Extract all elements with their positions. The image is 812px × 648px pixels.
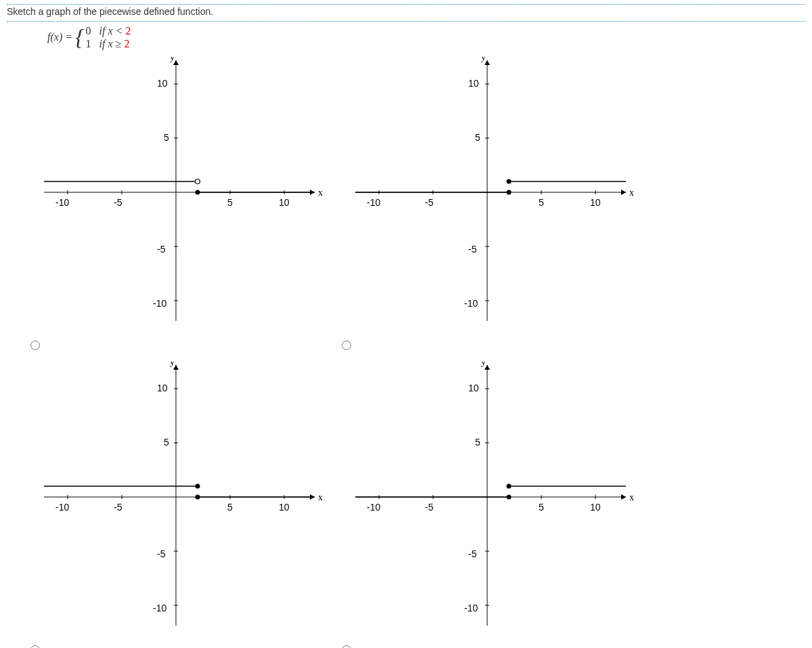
x-tick-neg10: -10 bbox=[55, 197, 69, 208]
x-tick-neg5: -5 bbox=[114, 502, 122, 513]
y-tick-10: 10 bbox=[157, 383, 168, 393]
case1-number: 2 bbox=[125, 25, 131, 37]
y-tick-neg10: -10 bbox=[153, 298, 166, 309]
x-tick-neg10: -10 bbox=[367, 197, 380, 208]
x-tick-neg5: -5 bbox=[425, 197, 434, 208]
x-tick-10: 10 bbox=[590, 502, 601, 513]
x-tick-10: 10 bbox=[279, 197, 290, 208]
x-tick-neg5: -5 bbox=[114, 197, 122, 208]
x-tick-5: 5 bbox=[539, 197, 544, 208]
option-d-graph: y x 10 5 -5 -10 -10 -5 5 10 bbox=[338, 362, 636, 632]
option-b-graph: y x 10 5 -5 -10 -10 -5 5 10 bbox=[338, 57, 636, 328]
option-c-graph: y x 10 5 -5 -10 -10 -5 5 10 bbox=[27, 362, 325, 632]
y-tick-neg5: -5 bbox=[468, 244, 477, 255]
x-tick-5: 5 bbox=[227, 502, 233, 513]
x-tick-neg10: -10 bbox=[55, 502, 69, 513]
x-tick-10: 10 bbox=[590, 197, 601, 208]
y-tick-10: 10 bbox=[468, 383, 479, 393]
y-tick-10: 10 bbox=[157, 78, 168, 89]
svg-point-63 bbox=[507, 484, 512, 489]
y-tick-5: 5 bbox=[164, 437, 169, 448]
y-axis-label: y bbox=[481, 57, 486, 62]
option-b-cell: y x 10 5 -5 -10 -10 -5 5 10 bbox=[338, 57, 643, 355]
question-prompt: Sketch a graph of the piecewise defined … bbox=[7, 5, 805, 21]
y-tick-neg5: -5 bbox=[468, 548, 477, 559]
y-tick-5: 5 bbox=[475, 132, 480, 143]
piecewise-function: f(x) = { 0 if x < 2 1 if x ≥ 2 bbox=[7, 22, 805, 57]
option-a-radio[interactable] bbox=[30, 341, 40, 350]
svg-point-15 bbox=[196, 190, 200, 195]
x-tick-5: 5 bbox=[227, 197, 233, 208]
y-tick-neg10: -10 bbox=[153, 603, 166, 613]
y-tick-neg10: -10 bbox=[464, 603, 478, 613]
function-lhs: f(x) = bbox=[47, 31, 72, 43]
x-axis-label: x bbox=[629, 492, 634, 502]
svg-point-45 bbox=[196, 484, 200, 489]
option-b-radio[interactable] bbox=[342, 341, 351, 350]
case2-prefix: if x ≥ bbox=[99, 38, 125, 49]
question-header: Sketch a graph of the piecewise defined … bbox=[7, 4, 805, 22]
x-axis-label: x bbox=[629, 188, 634, 198]
y-tick-neg10: -10 bbox=[464, 298, 478, 309]
case2-number: 2 bbox=[124, 38, 129, 49]
option-d-radio[interactable] bbox=[342, 645, 351, 648]
y-tick-neg5: -5 bbox=[157, 548, 166, 559]
x-tick-10: 10 bbox=[279, 502, 290, 513]
svg-point-47 bbox=[196, 495, 200, 500]
case2-value: 1 bbox=[86, 38, 91, 49]
y-tick-5: 5 bbox=[475, 437, 480, 448]
svg-point-31 bbox=[507, 179, 512, 184]
function-cases: 0 if x < 2 1 if x ≥ 2 bbox=[86, 24, 131, 50]
y-tick-10: 10 bbox=[468, 78, 479, 89]
option-a-graph: y x 10 5 -5 -10 -10 -5 5 10 bbox=[27, 57, 325, 328]
svg-point-13 bbox=[196, 179, 200, 184]
case1-prefix: if x < bbox=[99, 25, 126, 37]
svg-point-61 bbox=[507, 495, 512, 500]
case1-value: 0 bbox=[86, 25, 91, 37]
x-tick-neg5: -5 bbox=[425, 502, 434, 513]
option-a-cell: y x 10 5 -5 -10 -10 -5 5 10 bbox=[27, 57, 332, 355]
y-tick-5: 5 bbox=[164, 132, 169, 143]
y-axis-label: y bbox=[170, 57, 175, 62]
option-c-radio[interactable] bbox=[30, 645, 40, 648]
x-tick-5: 5 bbox=[539, 502, 544, 513]
svg-marker-17 bbox=[621, 190, 626, 195]
graphs-grid: y x 10 5 -5 -10 -10 -5 5 10 bbox=[27, 57, 805, 648]
svg-point-29 bbox=[507, 190, 512, 195]
y-axis-label: y bbox=[170, 362, 175, 367]
x-tick-neg10: -10 bbox=[367, 502, 380, 513]
option-d-cell: y x 10 5 -5 -10 -10 -5 5 10 bbox=[338, 362, 643, 648]
x-axis-label: x bbox=[318, 492, 323, 502]
y-tick-neg5: -5 bbox=[157, 244, 166, 255]
option-c-cell: y x 10 5 -5 -10 -10 -5 5 10 bbox=[27, 362, 332, 648]
svg-marker-49 bbox=[621, 494, 626, 500]
x-axis-label: x bbox=[318, 188, 323, 198]
y-axis-label: y bbox=[481, 362, 486, 367]
